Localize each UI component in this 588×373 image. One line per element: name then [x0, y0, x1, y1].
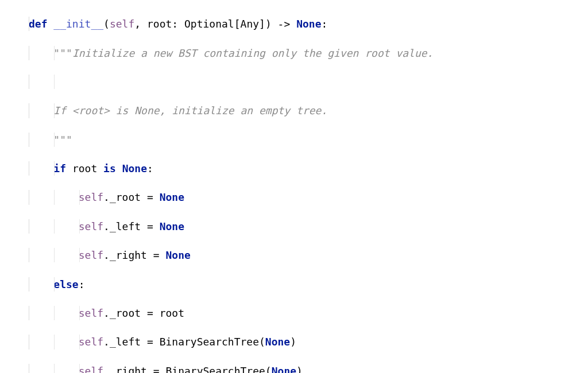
- rparen: ): [296, 365, 303, 373]
- code-line: self._left = None: [29, 219, 588, 234]
- const-none: None: [160, 220, 184, 232]
- code-line: if root is None:: [29, 161, 588, 176]
- equals: =: [153, 249, 160, 261]
- code-line: If <root> is None, initialize an empty t…: [29, 103, 588, 118]
- equals: =: [147, 307, 153, 319]
- equals: =: [147, 220, 153, 232]
- keyword-def: def: [29, 18, 48, 30]
- attr-right: _right: [110, 249, 147, 261]
- const-none: None: [165, 249, 190, 261]
- code-line: self._right = None: [29, 248, 588, 262]
- attr-left: _left: [110, 220, 141, 232]
- code-line-blank: [29, 75, 588, 89]
- docstring-text: Initialize a new BST containing only the…: [72, 47, 434, 59]
- arrow: ->: [278, 18, 291, 30]
- self-kw: self: [79, 365, 103, 373]
- triple-quote: """: [53, 47, 72, 59]
- attr-root: _root: [110, 307, 141, 319]
- rbracket: ]: [259, 18, 265, 30]
- dot: .: [103, 307, 110, 319]
- code-line: self._root = None: [29, 190, 588, 204]
- dot: .: [103, 220, 110, 232]
- colon: :: [147, 162, 153, 174]
- function-name-init: __init__: [53, 18, 103, 30]
- rparen: ): [290, 336, 296, 348]
- attr-root: _root: [110, 191, 141, 203]
- class-bst: BinarySearchTree: [160, 336, 259, 348]
- param-root: root: [147, 18, 172, 30]
- code-line: def __init__(self, root: Optional[Any]) …: [29, 17, 588, 31]
- param-root: root: [160, 307, 184, 319]
- keyword-is: is: [103, 162, 116, 174]
- equals: =: [147, 191, 153, 203]
- self-kw: self: [79, 307, 103, 319]
- self-kw: self: [79, 191, 103, 203]
- attr-left: _left: [110, 336, 141, 348]
- docstring-text: If <root> is None, initialize an empty t…: [53, 104, 327, 116]
- code-line: self._root = root: [29, 306, 588, 320]
- code-line: else:: [29, 277, 588, 292]
- lparen: (: [103, 18, 110, 30]
- colon: :: [79, 278, 85, 290]
- dot: .: [103, 365, 110, 373]
- rparen: ): [265, 18, 272, 30]
- colon: :: [321, 18, 327, 30]
- lparen: (: [265, 365, 272, 373]
- const-none: None: [265, 336, 290, 348]
- param-root: root: [72, 162, 97, 174]
- triple-quote: """: [53, 134, 72, 146]
- type-any: Any: [241, 18, 260, 30]
- type-optional: Optional: [184, 18, 234, 30]
- self-kw: self: [79, 249, 103, 261]
- colon: :: [172, 18, 178, 30]
- const-none: None: [160, 191, 184, 203]
- keyword-if: if: [53, 162, 66, 174]
- const-none: None: [272, 365, 296, 373]
- lparen: (: [259, 336, 265, 348]
- dot: .: [103, 336, 110, 348]
- equals: =: [147, 336, 153, 348]
- code-line: self._right = BinarySearchTree(None): [29, 364, 588, 373]
- self-kw: self: [79, 220, 103, 232]
- code-line: self._left = BinarySearchTree(None): [29, 335, 588, 349]
- code-block: def __init__(self, root: Optional[Any]) …: [0, 0, 588, 373]
- self-kw: self: [79, 336, 103, 348]
- dot: .: [103, 249, 110, 261]
- equals: =: [153, 365, 160, 373]
- comma: ,: [134, 18, 141, 30]
- code-line: """Initialize a new BST containing only …: [29, 46, 588, 60]
- lbracket: [: [234, 18, 241, 30]
- attr-right: _right: [110, 365, 147, 373]
- keyword-else: else: [53, 278, 78, 290]
- class-bst: BinarySearchTree: [165, 365, 265, 373]
- self-kw: self: [110, 18, 134, 30]
- const-none: None: [122, 162, 147, 174]
- code-line: """: [29, 133, 588, 147]
- dot: .: [103, 191, 110, 203]
- const-none: None: [296, 18, 321, 30]
